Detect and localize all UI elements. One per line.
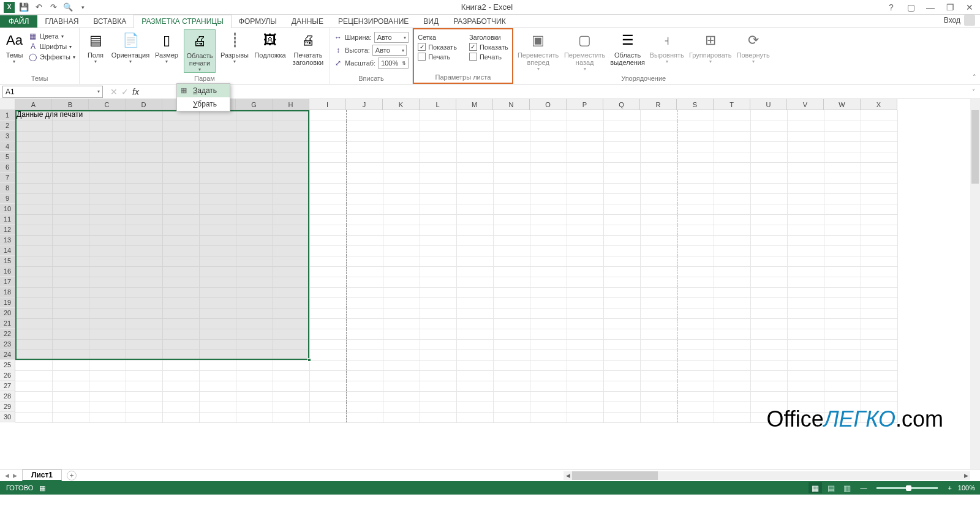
fonts-button[interactable]: AШрифты▾ <box>29 42 75 51</box>
row-header[interactable]: 13 <box>0 235 15 245</box>
align-button[interactable]: ⫞ Выровнять ▾ <box>649 29 685 64</box>
height-combo[interactable]: Авто▾ <box>372 45 407 56</box>
tab-formulas[interactable]: ФОРМУЛЫ <box>232 15 284 28</box>
column-header[interactable]: X <box>861 99 897 110</box>
row-header[interactable]: 18 <box>0 287 15 297</box>
themes-button[interactable]: Aa Темы ▾ <box>4 29 25 64</box>
head-show-checkbox[interactable]: ✓Показать <box>469 43 508 51</box>
formula-text[interactable]: xxxxxxxxxxдля печати <box>144 88 967 96</box>
grid-show-checkbox[interactable]: ✓Показать <box>418 43 457 51</box>
column-header[interactable]: L <box>420 99 456 110</box>
column-header[interactable]: W <box>824 99 861 110</box>
column-header[interactable]: H <box>273 99 309 110</box>
rotate-button[interactable]: ⟳ Повернуть ▾ <box>736 29 771 64</box>
breaks-button[interactable]: ┊ Разрывы ▾ <box>219 29 250 64</box>
row-header[interactable]: 27 <box>0 381 15 391</box>
column-header[interactable]: I <box>309 99 346 110</box>
row-header[interactable]: 15 <box>0 256 15 266</box>
expand-formula-bar-icon[interactable]: ˅ <box>967 88 980 95</box>
view-page-break-icon[interactable]: ▥ <box>840 482 854 493</box>
vertical-scrollbar[interactable] <box>970 99 980 469</box>
redo-icon[interactable]: ↷ <box>47 1 60 14</box>
row-header[interactable]: 10 <box>0 204 15 214</box>
row-header[interactable]: 6 <box>0 162 15 173</box>
column-header[interactable]: N <box>493 99 530 110</box>
cancel-icon[interactable]: ✕ <box>110 87 118 97</box>
grid-print-checkbox[interactable]: Печать <box>418 53 457 61</box>
column-header[interactable]: D <box>126 99 162 110</box>
row-header[interactable]: 9 <box>0 193 15 204</box>
row-header[interactable]: 25 <box>0 360 15 370</box>
view-normal-icon[interactable]: ▦ <box>809 482 822 493</box>
group-button[interactable]: ⊞ Группировать ▾ <box>688 29 733 64</box>
minimize-icon[interactable]: — <box>924 2 937 12</box>
row-header[interactable]: 2 <box>0 121 15 131</box>
tab-developer[interactable]: РАЗРАБОТЧИК <box>446 15 513 28</box>
row-header[interactable]: 5 <box>0 152 15 162</box>
accept-icon[interactable]: ✓ <box>121 87 129 97</box>
undo-icon[interactable]: ↶ <box>32 1 45 14</box>
tab-data[interactable]: ДАННЫЕ <box>284 15 331 28</box>
column-header[interactable]: T <box>714 99 750 110</box>
column-header[interactable]: M <box>456 99 493 110</box>
row-header[interactable]: 17 <box>0 277 15 287</box>
zoom-in-icon[interactable]: + <box>944 484 955 491</box>
column-header[interactable]: U <box>750 99 787 110</box>
help-icon[interactable]: ? <box>884 2 898 12</box>
selection-pane-button[interactable]: ☰ Область выделения <box>610 29 646 66</box>
size-button[interactable]: ▯ Размер ▾ <box>153 29 180 64</box>
qat-more-icon[interactable]: ▾ <box>76 1 89 14</box>
fill-handle[interactable] <box>307 358 311 362</box>
width-combo[interactable]: Авто▾ <box>374 32 409 43</box>
tab-view[interactable]: ВИД <box>416 15 446 28</box>
row-header[interactable]: 24 <box>0 349 15 360</box>
column-header[interactable]: O <box>530 99 567 110</box>
head-print-checkbox[interactable]: Печать <box>469 53 508 61</box>
background-button[interactable]: 🖼 Подложка <box>254 29 287 59</box>
send-backward-button[interactable]: ▢ Переместить назад ▾ <box>564 29 606 72</box>
select-all-corner[interactable] <box>0 99 15 110</box>
column-header[interactable]: B <box>52 99 89 110</box>
print-area-button[interactable]: 🖨 Область печати ▾ <box>184 29 216 73</box>
column-header[interactable]: J <box>346 99 383 110</box>
sheet-prev-icon[interactable]: ◀ <box>5 473 9 479</box>
row-header[interactable]: 20 <box>0 308 15 318</box>
margins-button[interactable]: ▤ Поля ▾ <box>83 29 108 64</box>
column-header[interactable]: C <box>89 99 126 110</box>
row-header[interactable]: 26 <box>0 370 15 381</box>
zoom-slider[interactable] <box>876 487 938 489</box>
column-header[interactable]: P <box>567 99 603 110</box>
row-header[interactable]: 12 <box>0 225 15 235</box>
row-header[interactable]: 14 <box>0 245 15 256</box>
tab-file[interactable]: ФАЙЛ <box>0 15 37 28</box>
close-icon[interactable]: ✕ <box>963 2 976 12</box>
scroll-right-icon[interactable]: ▶ <box>962 473 970 479</box>
tab-review[interactable]: РЕЦЕНЗИРОВАНИЕ <box>331 15 416 28</box>
scale-spinner[interactable]: 100%⇅ <box>378 58 409 69</box>
column-header[interactable]: S <box>677 99 714 110</box>
preview-icon[interactable]: 🔍 <box>61 1 75 14</box>
row-header[interactable]: 1 <box>0 110 15 121</box>
column-header[interactable]: K <box>383 99 420 110</box>
macro-icon[interactable]: ▦ <box>39 484 45 492</box>
hscroll-thumb[interactable] <box>572 471 658 480</box>
horizontal-scrollbar[interactable]: ◀ ▶ <box>564 471 970 480</box>
column-header[interactable]: A <box>15 99 52 110</box>
tab-home[interactable]: ГЛАВНАЯ <box>37 15 86 28</box>
sheet-next-icon[interactable]: ▶ <box>13 473 17 479</box>
maximize-icon[interactable]: ❐ <box>943 2 957 12</box>
view-page-layout-icon[interactable]: ▤ <box>824 482 838 493</box>
tab-insert[interactable]: ВСТАВКА <box>86 15 134 28</box>
colors-button[interactable]: ▦Цвета▾ <box>29 32 75 40</box>
row-header[interactable]: 30 <box>0 412 15 422</box>
row-header[interactable]: 7 <box>0 173 15 183</box>
bring-forward-button[interactable]: ▣ Переместить вперед ▾ <box>517 29 560 72</box>
row-header[interactable]: 22 <box>0 329 15 339</box>
save-icon[interactable]: 💾 <box>17 1 31 14</box>
row-header[interactable]: 28 <box>0 391 15 402</box>
orientation-button[interactable]: 📄 Ориентация ▾ <box>111 29 149 64</box>
print-titles-button[interactable]: 🖨 Печатать заголовки <box>290 29 326 66</box>
scrollbar-thumb[interactable] <box>971 110 979 184</box>
sign-in[interactable]: Вход <box>939 13 980 28</box>
row-header[interactable]: 3 <box>0 131 15 141</box>
